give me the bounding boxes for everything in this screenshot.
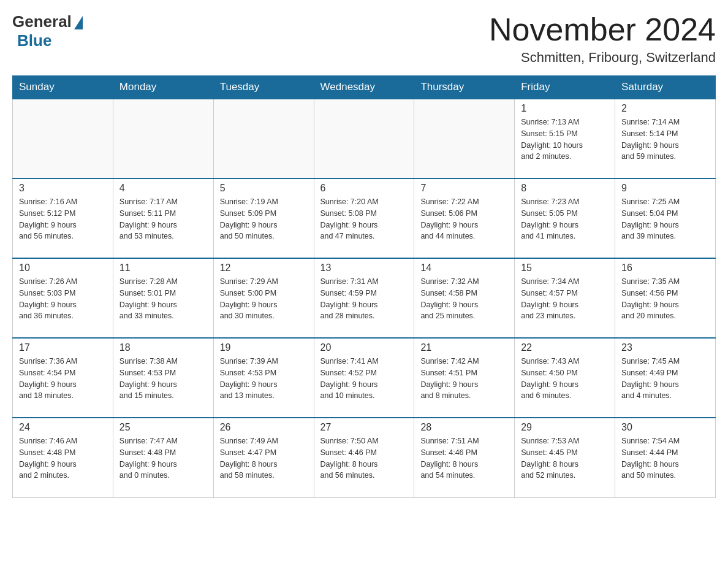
day-number: 14: [420, 262, 508, 274]
calendar-cell: [314, 99, 414, 178]
calendar-cell: [113, 99, 213, 178]
col-tuesday: Tuesday: [213, 76, 314, 99]
calendar-cell: 29Sunrise: 7:53 AMSunset: 4:45 PMDayligh…: [515, 418, 615, 497]
day-number: 10: [19, 262, 107, 274]
day-number: 3: [19, 183, 107, 194]
calendar-cell: 24Sunrise: 7:46 AMSunset: 4:48 PMDayligh…: [13, 418, 113, 497]
day-info: Sunrise: 7:29 AMSunset: 5:00 PMDaylight:…: [220, 276, 308, 322]
calendar-cell: 15Sunrise: 7:34 AMSunset: 4:57 PMDayligh…: [515, 258, 615, 338]
day-info: Sunrise: 7:22 AMSunset: 5:06 PMDaylight:…: [420, 196, 508, 242]
title-block: November 2024 Schmitten, Fribourg, Switz…: [489, 12, 716, 66]
calendar-cell: 2Sunrise: 7:14 AMSunset: 5:14 PMDaylight…: [615, 99, 716, 178]
calendar-cell: 12Sunrise: 7:29 AMSunset: 5:00 PMDayligh…: [213, 258, 314, 338]
day-number: 20: [320, 342, 408, 353]
day-info: Sunrise: 7:35 AMSunset: 4:56 PMDaylight:…: [621, 276, 709, 322]
logo-general-text: General: [12, 12, 72, 31]
calendar-cell: 4Sunrise: 7:17 AMSunset: 5:11 PMDaylight…: [113, 178, 213, 258]
month-title: November 2024: [489, 12, 716, 47]
calendar-cell: 25Sunrise: 7:47 AMSunset: 4:48 PMDayligh…: [113, 418, 213, 497]
day-number: 17: [19, 342, 107, 353]
calendar-cell: 1Sunrise: 7:13 AMSunset: 5:15 PMDaylight…: [515, 99, 615, 178]
day-info: Sunrise: 7:31 AMSunset: 4:59 PMDaylight:…: [320, 276, 408, 322]
day-info: Sunrise: 7:23 AMSunset: 5:05 PMDaylight:…: [521, 196, 609, 242]
day-number: 11: [119, 262, 207, 274]
calendar-cell: 5Sunrise: 7:19 AMSunset: 5:09 PMDaylight…: [213, 178, 314, 258]
calendar-cell: 13Sunrise: 7:31 AMSunset: 4:59 PMDayligh…: [314, 258, 414, 338]
day-info: Sunrise: 7:19 AMSunset: 5:09 PMDaylight:…: [220, 196, 308, 242]
day-info: Sunrise: 7:54 AMSunset: 4:44 PMDaylight:…: [621, 435, 709, 481]
day-number: 7: [420, 183, 508, 194]
calendar-cell: 14Sunrise: 7:32 AMSunset: 4:58 PMDayligh…: [414, 258, 515, 338]
day-number: 13: [320, 262, 408, 274]
col-sunday: Sunday: [13, 76, 113, 99]
day-info: Sunrise: 7:34 AMSunset: 4:57 PMDaylight:…: [521, 276, 609, 322]
col-thursday: Thursday: [414, 76, 515, 99]
col-friday: Friday: [515, 76, 615, 99]
day-info: Sunrise: 7:38 AMSunset: 4:53 PMDaylight:…: [119, 356, 207, 402]
day-number: 19: [220, 342, 308, 353]
calendar-cell: [13, 99, 113, 178]
day-info: Sunrise: 7:46 AMSunset: 4:48 PMDaylight:…: [19, 435, 107, 481]
calendar-cell: [414, 99, 515, 178]
calendar-cell: 30Sunrise: 7:54 AMSunset: 4:44 PMDayligh…: [615, 418, 716, 497]
day-info: Sunrise: 7:13 AMSunset: 5:15 PMDaylight:…: [521, 117, 609, 163]
day-info: Sunrise: 7:14 AMSunset: 5:14 PMDaylight:…: [621, 117, 709, 163]
logo-triangle-icon: [74, 16, 83, 29]
day-number: 28: [420, 422, 508, 433]
day-info: Sunrise: 7:49 AMSunset: 4:47 PMDaylight:…: [220, 435, 308, 481]
col-wednesday: Wednesday: [314, 76, 414, 99]
calendar-cell: 27Sunrise: 7:50 AMSunset: 4:46 PMDayligh…: [314, 418, 414, 497]
day-number: 1: [521, 103, 609, 114]
day-info: Sunrise: 7:17 AMSunset: 5:11 PMDaylight:…: [119, 196, 207, 242]
calendar-cell: 7Sunrise: 7:22 AMSunset: 5:06 PMDaylight…: [414, 178, 515, 258]
calendar-cell: 10Sunrise: 7:26 AMSunset: 5:03 PMDayligh…: [13, 258, 113, 338]
day-number: 27: [320, 422, 408, 433]
calendar-week-5: 24Sunrise: 7:46 AMSunset: 4:48 PMDayligh…: [13, 418, 716, 497]
day-info: Sunrise: 7:47 AMSunset: 4:48 PMDaylight:…: [119, 435, 207, 481]
calendar-week-3: 10Sunrise: 7:26 AMSunset: 5:03 PMDayligh…: [13, 258, 716, 338]
calendar-cell: 23Sunrise: 7:45 AMSunset: 4:49 PMDayligh…: [615, 338, 716, 418]
calendar-cell: 28Sunrise: 7:51 AMSunset: 4:46 PMDayligh…: [414, 418, 515, 497]
day-number: 18: [119, 342, 207, 353]
day-info: Sunrise: 7:16 AMSunset: 5:12 PMDaylight:…: [19, 196, 107, 242]
day-number: 21: [420, 342, 508, 353]
page-header: General Blue November 2024 Schmitten, Fr…: [12, 12, 716, 66]
day-number: 24: [19, 422, 107, 433]
calendar-table: Sunday Monday Tuesday Wednesday Thursday…: [12, 75, 716, 498]
calendar-cell: 11Sunrise: 7:28 AMSunset: 5:01 PMDayligh…: [113, 258, 213, 338]
col-monday: Monday: [113, 76, 213, 99]
day-number: 6: [320, 183, 408, 194]
calendar-cell: 20Sunrise: 7:41 AMSunset: 4:52 PMDayligh…: [314, 338, 414, 418]
calendar-cell: [213, 99, 314, 178]
day-number: 4: [119, 183, 207, 194]
day-number: 9: [621, 183, 709, 194]
calendar-cell: 26Sunrise: 7:49 AMSunset: 4:47 PMDayligh…: [213, 418, 314, 497]
day-info: Sunrise: 7:32 AMSunset: 4:58 PMDaylight:…: [420, 276, 508, 322]
calendar-cell: 9Sunrise: 7:25 AMSunset: 5:04 PMDaylight…: [615, 178, 716, 258]
day-number: 16: [621, 262, 709, 274]
logo-blue-text: Blue: [0, 31, 51, 50]
day-info: Sunrise: 7:45 AMSunset: 4:49 PMDaylight:…: [621, 356, 709, 402]
day-info: Sunrise: 7:25 AMSunset: 5:04 PMDaylight:…: [621, 196, 709, 242]
day-number: 23: [621, 342, 709, 353]
day-info: Sunrise: 7:51 AMSunset: 4:46 PMDaylight:…: [420, 435, 508, 481]
day-number: 26: [220, 422, 308, 433]
calendar-week-2: 3Sunrise: 7:16 AMSunset: 5:12 PMDaylight…: [13, 178, 716, 258]
logo: General Blue: [12, 12, 83, 50]
calendar-week-4: 17Sunrise: 7:36 AMSunset: 4:54 PMDayligh…: [13, 338, 716, 418]
day-info: Sunrise: 7:28 AMSunset: 5:01 PMDaylight:…: [119, 276, 207, 322]
day-info: Sunrise: 7:20 AMSunset: 5:08 PMDaylight:…: [320, 196, 408, 242]
day-number: 25: [119, 422, 207, 433]
calendar-week-1: 1Sunrise: 7:13 AMSunset: 5:15 PMDaylight…: [13, 99, 716, 178]
day-number: 5: [220, 183, 308, 194]
day-info: Sunrise: 7:53 AMSunset: 4:45 PMDaylight:…: [521, 435, 609, 481]
calendar-cell: 16Sunrise: 7:35 AMSunset: 4:56 PMDayligh…: [615, 258, 716, 338]
day-number: 29: [521, 422, 609, 433]
day-number: 22: [521, 342, 609, 353]
location-subtitle: Schmitten, Fribourg, Switzerland: [489, 50, 716, 66]
calendar-cell: 22Sunrise: 7:43 AMSunset: 4:50 PMDayligh…: [515, 338, 615, 418]
day-info: Sunrise: 7:41 AMSunset: 4:52 PMDaylight:…: [320, 356, 408, 402]
calendar-cell: 18Sunrise: 7:38 AMSunset: 4:53 PMDayligh…: [113, 338, 213, 418]
day-number: 12: [220, 262, 308, 274]
calendar-header-row: Sunday Monday Tuesday Wednesday Thursday…: [13, 76, 716, 99]
